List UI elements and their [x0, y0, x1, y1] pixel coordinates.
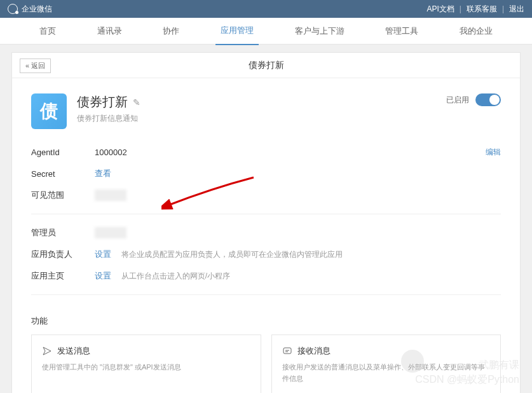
secret-view-link[interactable]: 查看	[95, 169, 111, 178]
nav-apps[interactable]: 应用管理	[215, 17, 259, 45]
homepage-label: 应用主页	[31, 270, 95, 282]
owner-hint: 将企业成员配置为应用负责人，成员即可在企业微信内管理此应用	[121, 250, 343, 259]
watermark-avatar	[401, 350, 424, 373]
nav-contacts[interactable]: 通讯录	[92, 18, 127, 45]
owner-label: 应用负责人	[31, 249, 95, 260]
app-name: 债券打新	[77, 93, 128, 111]
divider: |	[460, 4, 461, 13]
app-icon: 债	[31, 93, 67, 129]
page-title: 债券打新	[249, 60, 284, 71]
homepage-set-link[interactable]: 设置	[95, 271, 111, 280]
agentid-value: 1000002	[95, 148, 486, 157]
func-section-title: 功能	[12, 303, 520, 334]
homepage-hint: 从工作台点击进入的网页/小程序	[121, 272, 230, 280]
app-header: 债 债券打新 ✎ 债券打新信息通知 已启用	[12, 78, 520, 142]
receive-icon	[282, 346, 292, 356]
main-nav: 首页 通讯录 协作 应用管理 客户与上下游 管理工具 我的企业	[0, 18, 532, 45]
send-icon	[42, 346, 52, 356]
admin-value-hidden	[95, 227, 126, 238]
edit-link[interactable]: 编辑	[486, 147, 501, 158]
page-card: « 返回 债券打新 债 债券打新 ✎ 债券打新信息通知 已启用 AgentId …	[11, 52, 521, 393]
send-title: 发送消息	[57, 345, 90, 357]
func-cards: 发送消息 使用管理工具中的 "消息群发" 或API发送消息 发消息 历史消息 接…	[12, 334, 520, 393]
enable-toggle[interactable]	[475, 93, 501, 106]
receive-message-card: 接收消息 接收用户发送的普通消息以及菜单操作、外部联系人变更回调等事件信息 查看…	[271, 334, 501, 393]
contact-link[interactable]: 联系客服	[467, 4, 497, 15]
info-section: AgentId 1000002 编辑 Secret 查看 可见范围 管理员 应用…	[12, 142, 520, 295]
divider: |	[502, 4, 504, 13]
agentid-label: AgentId	[31, 148, 95, 157]
nav-home[interactable]: 首页	[34, 18, 61, 45]
send-message-card: 发送消息 使用管理工具中的 "消息群发" 或API发送消息 发消息 历史消息	[31, 334, 261, 393]
back-button[interactable]: « 返回	[20, 59, 51, 73]
nav-company[interactable]: 我的企业	[454, 18, 498, 45]
secret-label: Secret	[31, 169, 95, 179]
brand-area: 企业微信	[8, 4, 52, 15]
admin-label: 管理员	[31, 227, 95, 238]
edit-name-icon[interactable]: ✎	[133, 97, 140, 107]
send-desc: 使用管理工具中的 "消息群发" 或API发送消息	[42, 362, 250, 385]
status-label: 已启用	[446, 95, 469, 106]
receive-desc: 接收用户发送的普通消息以及菜单操作、外部联系人变更回调等事件信息	[282, 362, 491, 385]
nav-customers[interactable]: 客户与上下游	[290, 18, 350, 45]
top-right-links: API文档 | 联系客服 | 退出	[426, 4, 524, 15]
brand-logo-icon	[8, 4, 18, 14]
api-doc-link[interactable]: API文档	[426, 4, 454, 15]
app-desc: 债券打新信息通知	[77, 113, 446, 124]
nav-collab[interactable]: 协作	[158, 18, 184, 45]
scope-label: 可见范围	[31, 190, 95, 201]
page-header: « 返回 债券打新	[12, 53, 520, 78]
nav-tools[interactable]: 管理工具	[380, 18, 423, 45]
owner-set-link[interactable]: 设置	[95, 249, 111, 259]
logout-link[interactable]: 退出	[509, 4, 524, 15]
receive-title: 接收消息	[297, 345, 331, 357]
brand-name: 企业微信	[22, 4, 52, 15]
top-bar: 企业微信 API文档 | 联系客服 | 退出	[0, 0, 532, 18]
scope-value-hidden	[95, 190, 126, 201]
